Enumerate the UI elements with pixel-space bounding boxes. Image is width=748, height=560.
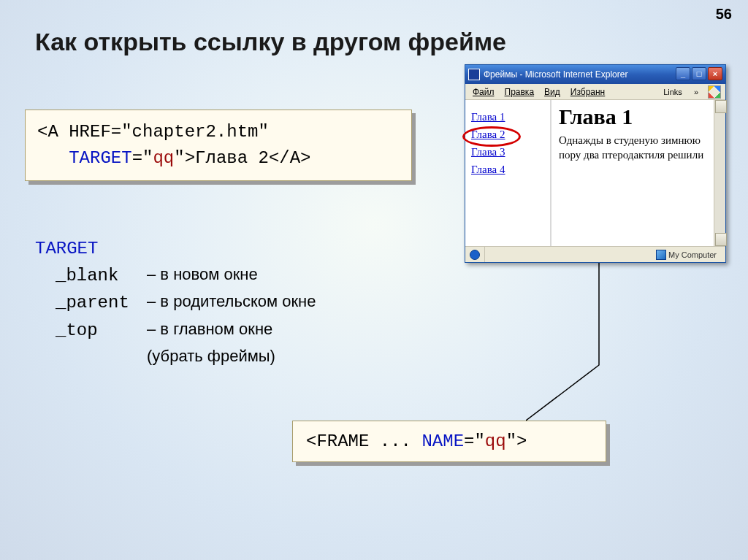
target-desc-top: – в главном окне — [147, 317, 272, 344]
link-chapter2[interactable]: Глава 2 — [471, 129, 544, 141]
maximize-button[interactable]: □ — [692, 67, 706, 80]
target-extra: (убрать фреймы) — [147, 344, 275, 369]
browser-content: Глава 1 Глава 2 Глава 3 Глава 4 Глава 1 … — [465, 100, 725, 246]
content-text: Однажды в студеную зимнюю пору два птеро… — [559, 134, 706, 162]
code-example-frame: <FRAME ... NAME="qq"> — [292, 421, 606, 462]
my-computer-icon — [656, 250, 666, 260]
content-heading: Глава 1 — [559, 104, 706, 129]
target-desc-blank: – в новом окне — [147, 262, 258, 289]
code-line2-post: ">Глава 2</A> — [174, 148, 310, 168]
target-kw-top: _top — [56, 317, 147, 344]
browser-titlebar[interactable]: Фреймы - Microsoft Internet Explorer _ □… — [465, 65, 725, 84]
links-toolbar[interactable]: Links » — [659, 85, 721, 99]
frame-name-keyword: NAME — [421, 431, 464, 451]
frame-name-value: qq — [485, 431, 506, 451]
windows-flag-icon — [708, 85, 721, 99]
vertical-scrollbar[interactable] — [714, 100, 725, 246]
target-header: TARGET — [35, 235, 316, 262]
menu-edit[interactable]: Правка — [500, 85, 539, 99]
menu-favorites[interactable]: Избранн — [566, 85, 609, 99]
slide-title: Как открыть ссылку в другом фрейме — [35, 28, 506, 56]
target-kw-blank: _blank — [56, 262, 147, 289]
code-example-anchor: <A HREF="chapter2.htm" TARGET="qq">Глава… — [25, 110, 412, 181]
status-zone-label: My Computer — [668, 250, 717, 259]
browser-title: Фреймы - Microsoft Internet Explorer — [484, 69, 627, 80]
page-number: 56 — [716, 6, 732, 23]
right-frame: Глава 1 Однажды в студеную зимнюю пору д… — [552, 100, 714, 246]
target-desc-parent: – в родительском окне — [147, 289, 316, 316]
menu-view[interactable]: Вид — [540, 85, 565, 99]
code-eq: =" — [132, 148, 153, 168]
ie-favicon-icon — [468, 69, 480, 80]
status-left — [465, 247, 485, 262]
frame-pre: <FRAME ... — [306, 431, 421, 451]
browser-window: Фреймы - Microsoft Internet Explorer _ □… — [465, 64, 726, 263]
code-target-keyword: TARGET — [69, 148, 131, 168]
browser-statusbar: My Computer — [465, 246, 725, 262]
menu-file[interactable]: Файл — [468, 85, 499, 99]
status-right: My Computer — [652, 247, 721, 262]
browser-menubar: Файл Правка Вид Избранн Links » — [465, 84, 725, 100]
target-extra-indent — [56, 344, 147, 369]
frame-post: "> — [506, 431, 527, 451]
chevron-right-icon: » — [690, 86, 703, 98]
minimize-button[interactable]: _ — [676, 67, 690, 80]
code-line1: <A HREF="chapter2.htm" — [37, 122, 269, 142]
link-chapter3[interactable]: Глава 3 — [471, 146, 544, 158]
link-chapter4[interactable]: Глава 4 — [471, 164, 544, 176]
left-frame: Глава 1 Глава 2 Глава 3 Глава 4 — [465, 100, 552, 246]
target-explanation: TARGET _blank– в новом окне _parent– в р… — [35, 235, 316, 369]
close-button[interactable]: × — [708, 67, 722, 80]
links-label: Links — [659, 86, 687, 98]
target-kw-parent: _parent — [56, 289, 147, 316]
link-chapter1[interactable]: Глава 1 — [471, 111, 544, 123]
frame-eq: =" — [464, 431, 485, 451]
code-target-value: qq — [153, 148, 174, 168]
code-line2-indent — [37, 148, 69, 168]
ie-status-icon — [470, 250, 480, 260]
